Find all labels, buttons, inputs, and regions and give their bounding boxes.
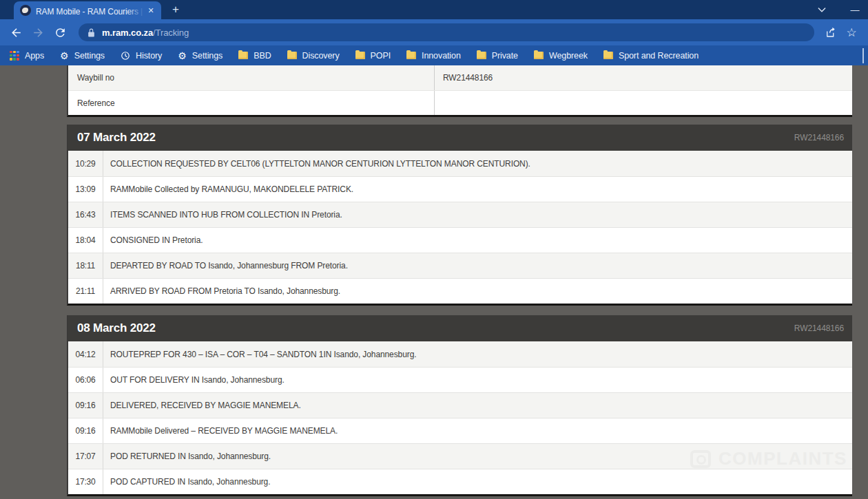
event-time: 18:04 [68, 228, 103, 253]
event-time: 04:12 [68, 341, 103, 367]
event-time: 13:09 [68, 177, 103, 202]
browser-toolbar: m.ram.co.za /Tracking ☆ [0, 19, 868, 45]
gear-icon: ⚙ [178, 51, 187, 61]
tracking-days: 07 March 2022 RW21448166 10:29 COLLECTIO… [67, 125, 852, 496]
event-description: DEPARTED BY ROAD TO Isando, Johannesburg… [103, 253, 852, 278]
tracking-event-row: 18:11 DEPARTED BY ROAD TO Isando, Johann… [68, 253, 852, 278]
page-content: Waybill no RW21448166 Reference 07 March… [0, 65, 868, 499]
bookmark-item-private[interactable]: Private [477, 48, 518, 63]
folder-icon [534, 52, 544, 59]
site-favicon-icon [20, 5, 31, 16]
event-time: 09:16 [68, 393, 103, 418]
bookmark-item-bbd[interactable]: BBD [238, 48, 271, 63]
bookmark-label: Innovation [422, 51, 461, 61]
table-row: Waybill no RW21448166 [68, 65, 852, 90]
tab-title-wrap: RAM Mobile - RAM Couriers | Tra [36, 5, 145, 16]
bookmark-label: Settings [192, 51, 223, 61]
tracking-event-row: 04:12 ROUTEPREP FOR 430 – ISA – COR – T0… [68, 341, 852, 367]
bookmark-label: History [136, 51, 162, 61]
event-time: 09:16 [68, 418, 103, 443]
event-description: OUT FOR DELIVERY IN Isando, Johannesburg… [103, 368, 852, 392]
bookmark-label: Apps [25, 51, 44, 61]
folder-icon [406, 52, 416, 59]
scrollbar-glint [862, 48, 864, 63]
day-waybill-number: RW21448166 [794, 323, 844, 333]
bookmark-label: Private [492, 51, 518, 61]
folder-icon [287, 52, 297, 59]
event-description: COLLECTION REQUESTED BY CELT06 (LYTTELTO… [103, 151, 852, 176]
event-description: RAMMobile Collected by RAMANUGU, MAKONDE… [103, 177, 852, 202]
tracking-event-row: 21:11 ARRIVED BY ROAD FROM Pretoria TO I… [68, 278, 852, 304]
bookmark-star-icon[interactable]: ☆ [842, 23, 861, 42]
event-description: DELIVERED, RECEIVED BY MAGGIE MANEMELA. [103, 393, 852, 418]
tracking-event-row: 13:09 RAMMobile Collected by RAMANUGU, M… [68, 176, 852, 202]
bookmark-item-popi[interactable]: POPI [355, 48, 391, 63]
bookmark-label: Wegbreek [549, 51, 588, 61]
tracking-event-row: 10:29 COLLECTION REQUESTED BY CELT06 (LY… [68, 151, 852, 176]
tracking-event-row: 17:30 POD CAPTURED IN Isando, Johannesbu… [68, 469, 852, 494]
minimize-window-button[interactable]: — [847, 2, 862, 17]
bookmark-label: Settings [74, 51, 105, 61]
tracking-event-row: 09:16 DELIVERED, RECEIVED BY MAGGIE MANE… [68, 392, 852, 418]
tracking-event-row: 16:43 ITEMS SCANNED INTO HUB FROM COLLEC… [68, 202, 852, 227]
event-time: 21:11 [68, 279, 103, 304]
reload-button[interactable] [50, 22, 70, 43]
bookmark-item-settings[interactable]: ⚙ Settings [60, 48, 105, 63]
window-controls: — [814, 0, 868, 19]
day-waybill-number: RW21448166 [794, 133, 844, 142]
folder-icon [355, 52, 365, 59]
tab-title: RAM Mobile - RAM Couriers | Tra [36, 7, 145, 16]
event-description: POD RETURNED IN Isando, Johannesburg. [103, 444, 852, 469]
tab-close-icon[interactable]: ✕ [145, 4, 157, 17]
bookmark-label: BBD [254, 51, 271, 61]
bookmark-item-settings[interactable]: ⚙ Settings [178, 48, 223, 63]
table-row: Reference [68, 90, 852, 115]
event-description: CONSIGNED IN Pretoria. [103, 228, 852, 253]
waybill-no-value: RW21448166 [434, 65, 852, 90]
day-date: 08 March 2022 [77, 321, 156, 335]
folder-icon [477, 52, 486, 59]
event-time: 06:06 [68, 368, 103, 392]
lock-icon [87, 28, 96, 37]
forward-button[interactable] [28, 22, 48, 43]
event-description: ARRIVED BY ROAD FROM Pretoria TO Isando,… [103, 279, 852, 304]
day-header: 07 March 2022 RW21448166 [68, 125, 852, 151]
browser-chrome: RAM Mobile - RAM Couriers | Tra ✕ + — m.… [0, 0, 868, 65]
event-time: 18:11 [68, 253, 103, 278]
browser-tab[interactable]: RAM Mobile - RAM Couriers | Tra ✕ [14, 1, 161, 19]
back-button[interactable] [6, 22, 26, 43]
bookmark-label: POPI [371, 51, 391, 61]
bookmark-item-apps[interactable]: Apps [10, 48, 44, 63]
bookmarks-bar: Apps ⚙ Settings History ⚙ Settings BBD D… [0, 45, 868, 65]
event-time: 16:43 [68, 202, 103, 227]
event-description: ROUTEPREP FOR 430 – ISA – COR – T04 – SA… [103, 341, 852, 367]
event-description: ITEMS SCANNED INTO HUB FROM COLLECTION I… [103, 202, 852, 227]
day-header: 08 March 2022 RW21448166 [68, 315, 852, 341]
bookmark-label: Sport and Recreation [619, 51, 699, 61]
address-bar[interactable]: m.ram.co.za /Tracking [79, 23, 814, 41]
waybill-no-label: Waybill no [68, 73, 434, 83]
tracking-event-row: 18:04 CONSIGNED IN Pretoria. [68, 227, 852, 253]
url-host: m.ram.co.za [102, 28, 153, 38]
bookmark-item-discovery[interactable]: Discovery [287, 48, 340, 63]
tracking-event-row: 06:06 OUT FOR DELIVERY IN Isando, Johann… [68, 367, 852, 392]
tab-search-chevron-icon[interactable] [814, 2, 829, 17]
event-time: 17:07 [68, 444, 103, 469]
new-tab-button[interactable]: + [167, 1, 185, 19]
tracking-day-card: 07 March 2022 RW21448166 10:29 COLLECTIO… [67, 125, 852, 306]
apps-grid-icon [10, 51, 19, 61]
folder-icon [603, 52, 613, 59]
bookmark-item-history[interactable]: History [121, 48, 162, 63]
bookmark-item-sport-and-recreation[interactable]: Sport and Recreation [603, 48, 699, 63]
bookmark-item-innovation[interactable]: Innovation [406, 48, 461, 63]
reference-label: Reference [68, 98, 434, 108]
share-icon[interactable] [821, 23, 840, 42]
url-path: /Tracking [153, 28, 189, 38]
folder-icon [238, 52, 248, 59]
tracking-event-row: 09:16 RAMMobile Delivered – RECEIVED BY … [68, 418, 852, 443]
tracking-day-card: 08 March 2022 RW21448166 04:12 ROUTEPREP… [67, 315, 852, 496]
waybill-summary-table: Waybill no RW21448166 Reference [67, 65, 852, 117]
event-time: 17:30 [68, 469, 103, 494]
event-description: POD CAPTURED IN Isando, Johannesburg. [103, 469, 852, 494]
bookmark-item-wegbreek[interactable]: Wegbreek [534, 48, 588, 63]
